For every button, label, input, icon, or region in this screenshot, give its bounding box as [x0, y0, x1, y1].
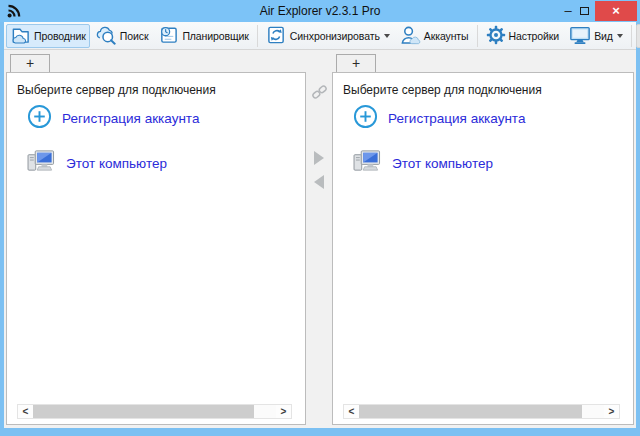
- sync-arrows-icon: [266, 25, 287, 47]
- server-select-prompt: Выберите сервер для подключения: [7, 73, 305, 97]
- right-pane-horizontal-scrollbar[interactable]: < >: [343, 404, 620, 419]
- list-item-register-account[interactable]: Регистрация аккаунта: [353, 104, 633, 133]
- toolbar-button-version-pro[interactable]: Версия Pro: [636, 24, 640, 48]
- chevron-down-icon: [384, 34, 390, 38]
- chevron-down-icon: [617, 34, 623, 38]
- transfer-left-icon[interactable]: [314, 175, 324, 189]
- transfer-right-icon[interactable]: [314, 151, 324, 165]
- left-pane: + Выберите сервер для подключения Регист…: [6, 54, 306, 425]
- list-item-this-computer[interactable]: Этот компьютер: [27, 148, 305, 178]
- scrollbar-thumb[interactable]: [359, 405, 582, 418]
- add-account-icon: [353, 104, 378, 133]
- toolbar-label-settings: Настройки: [509, 30, 560, 42]
- server-select-prompt: Выберите сервер для подключения: [333, 73, 633, 97]
- window-title: Air Explorer v2.3.1 Pro: [0, 0, 640, 22]
- maximize-icon: [580, 7, 589, 15]
- toolbar-separator: [477, 25, 478, 47]
- window-controls: – ×: [560, 0, 637, 21]
- minimize-button[interactable]: –: [560, 2, 576, 20]
- this-computer-link[interactable]: Этот компьютер: [66, 156, 167, 171]
- toolbar-button-search[interactable]: Поиск: [92, 24, 153, 48]
- computer-icon: [27, 148, 56, 178]
- left-pane-new-tab[interactable]: +: [10, 54, 50, 73]
- list-item-register-account[interactable]: Регистрация аккаунта: [27, 104, 305, 133]
- close-button[interactable]: ×: [595, 1, 637, 21]
- this-computer-link[interactable]: Этот компьютер: [392, 156, 493, 171]
- toolbar-label-search: Поиск: [120, 30, 149, 42]
- pane-divider: [306, 54, 332, 425]
- right-pane-box: Выберите сервер для подключения Регистра…: [332, 72, 634, 425]
- add-account-icon: [27, 104, 52, 133]
- toolbar-separator: [631, 25, 632, 47]
- right-pane-new-tab[interactable]: +: [336, 54, 376, 73]
- toolbar-label-scheduler: Планировщик: [182, 30, 248, 42]
- titlebar: Air Explorer v2.3.1 Pro – ×: [0, 0, 640, 22]
- gear-icon: [486, 25, 506, 47]
- left-pane-box: Выберите сервер для подключения Регистра…: [6, 72, 306, 425]
- scrollbar-thumb[interactable]: [33, 405, 254, 418]
- scroll-left-arrow[interactable]: <: [18, 405, 33, 418]
- toolbar-label-view: Вид: [594, 30, 613, 42]
- computer-icon: [353, 148, 382, 178]
- toolbar-label-accounts: Аккаунты: [424, 30, 469, 42]
- accounts-user-cloud-icon: [400, 25, 421, 47]
- link-panes-icon[interactable]: [311, 84, 328, 104]
- toolbar-button-explorer[interactable]: Проводник: [6, 24, 90, 48]
- toolbar-label-explorer: Проводник: [34, 30, 86, 42]
- scroll-right-arrow[interactable]: >: [604, 405, 619, 418]
- toolbar-button-scheduler[interactable]: Планировщик: [154, 24, 252, 48]
- explorer-folder-cloud-icon: [10, 25, 31, 47]
- list-item-this-computer[interactable]: Этот компьютер: [353, 148, 633, 178]
- maximize-button[interactable]: [576, 2, 592, 20]
- scheduler-clock-icon: [158, 25, 179, 47]
- toolbar-button-settings[interactable]: Настройки: [482, 24, 564, 48]
- left-pane-horizontal-scrollbar[interactable]: < >: [17, 404, 292, 419]
- app-window: Air Explorer v2.3.1 Pro – × Проводник: [0, 0, 640, 436]
- right-pane: + Выберите сервер для подключения Регист…: [332, 54, 634, 425]
- toolbar-separator: [257, 25, 258, 47]
- toolbar-button-sync[interactable]: Синхронизировать: [262, 24, 394, 48]
- main-toolbar: Проводник Поиск: [4, 22, 636, 50]
- search-icon: [96, 25, 117, 47]
- monitor-icon: [569, 25, 591, 47]
- toolbar-button-view[interactable]: Вид: [565, 24, 627, 48]
- register-account-link[interactable]: Регистрация аккаунта: [62, 111, 199, 126]
- content-area: + Выберите сервер для подключения Регист…: [4, 50, 636, 428]
- register-account-link[interactable]: Регистрация аккаунта: [388, 111, 525, 126]
- scroll-left-arrow[interactable]: <: [344, 405, 359, 418]
- toolbar-label-sync: Синхронизировать: [290, 30, 380, 42]
- toolbar-button-accounts[interactable]: Аккаунты: [396, 24, 473, 48]
- scrollbar-track[interactable]: [359, 405, 604, 418]
- scroll-right-arrow[interactable]: >: [276, 405, 291, 418]
- scrollbar-track[interactable]: [33, 405, 276, 418]
